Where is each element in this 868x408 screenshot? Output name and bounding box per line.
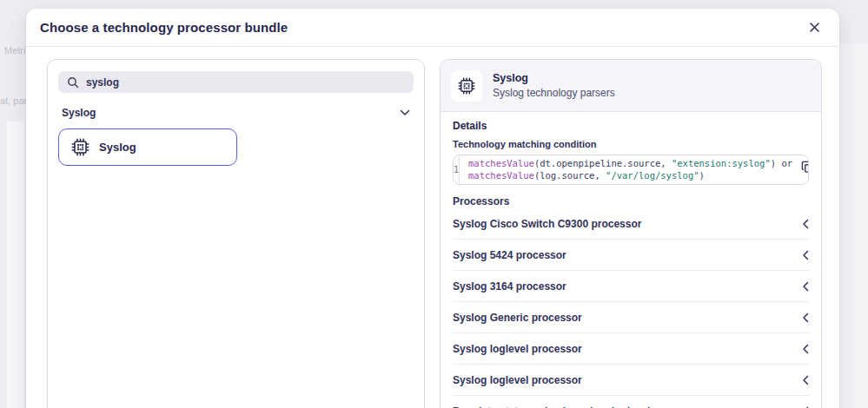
group-header-syslog[interactable]: Syslog (58, 103, 414, 122)
bundle-details-panel: Syslog Syslog technology parsers Details… (440, 59, 822, 408)
background-clipped-text: Metri (4, 45, 25, 56)
copy-icon (801, 161, 809, 174)
details-heading: Details (453, 120, 809, 132)
details-subtitle: Syslog technology parsers (493, 87, 615, 99)
dialog-body: Syslog (26, 47, 839, 408)
close-button[interactable] (803, 16, 825, 39)
chevron-left-icon (802, 344, 809, 354)
details-header-text: Syslog Syslog technology parsers (493, 72, 615, 99)
chevron-left-icon (802, 281, 809, 292)
background-clipped-text: at, par (0, 95, 27, 106)
processor-bundle-dialog: Choose a technology processor bundle (26, 9, 839, 408)
copy-button[interactable] (801, 155, 809, 174)
details-title: Syslog (493, 72, 615, 84)
processor-label: Syslog 3164 processor (453, 280, 567, 293)
chevron-left-icon (802, 313, 809, 323)
background-page-strip (7, 122, 24, 408)
search-box (58, 71, 414, 93)
code-content: matchesValue(dt.openpipeline.source, "ex… (460, 155, 801, 184)
chevron-left-icon (802, 375, 809, 385)
processor-label: Syslog loglevel processor (453, 374, 582, 386)
code-line-number: 1 (454, 155, 460, 184)
processor-row[interactable]: Syslog Generic processor (453, 302, 809, 333)
processor-label: Syslog 5424 processor (453, 249, 567, 261)
processor-row[interactable]: Syslog loglevel processor (453, 365, 809, 396)
bundle-card-label: Syslog (99, 141, 136, 154)
processors-heading: Processors (453, 195, 809, 207)
chip-icon (71, 138, 89, 156)
search-input[interactable] (86, 76, 405, 89)
search-icon (67, 76, 79, 89)
chevron-left-icon (802, 250, 809, 260)
processor-row[interactable]: Populate status value based on loglevel (453, 396, 809, 408)
close-icon (809, 22, 820, 33)
dialog-header: Choose a technology processor bundle (26, 9, 839, 47)
processor-label: Syslog Generic processor (453, 312, 582, 324)
details-header: Syslog Syslog technology parsers (441, 60, 821, 112)
code-line-2: matchesValue(log.source, "/var/log/syslo… (468, 170, 792, 182)
processor-label: Populate status value based on loglevel (453, 405, 650, 408)
group-label: Syslog (62, 107, 96, 119)
code-line-1: matchesValue(dt.openpipeline.source, "ex… (468, 158, 792, 170)
processor-row[interactable]: Syslog Cisco Switch C9300 processor (453, 208, 809, 240)
bundle-card-syslog[interactable]: Syslog (58, 128, 237, 166)
processor-row[interactable]: Syslog loglevel processor (453, 333, 809, 365)
processor-row[interactable]: Syslog 3164 processor (453, 271, 809, 302)
matching-condition-label: Technology matching condition (453, 139, 809, 149)
details-content: Details Technology matching condition 1 … (441, 112, 821, 408)
bundle-list-panel: Syslog (47, 59, 425, 408)
background-page-strip-right (839, 43, 868, 408)
chevron-down-icon (400, 109, 410, 116)
processor-row[interactable]: Syslog 5424 processor (453, 240, 809, 271)
chevron-left-icon (802, 219, 809, 229)
processor-label: Syslog loglevel processor (453, 343, 582, 355)
processor-label: Syslog Cisco Switch C9300 processor (453, 218, 641, 230)
chip-icon (458, 77, 475, 95)
dialog-title: Choose a technology processor bundle (40, 20, 288, 35)
matching-condition-code: 1 matchesValue(dt.openpipeline.source, "… (453, 155, 809, 185)
chip-icon-box (451, 70, 482, 102)
